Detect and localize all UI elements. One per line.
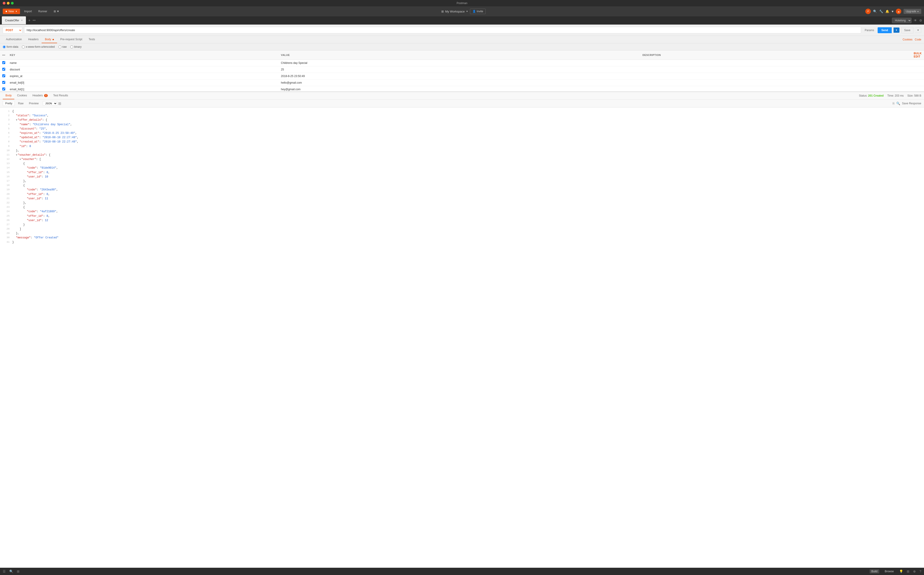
wrench-icon[interactable]: 🔧 <box>879 10 883 13</box>
json-comma: , <box>46 127 47 130</box>
more-tabs-icon[interactable]: ••• <box>33 19 36 22</box>
url-input[interactable] <box>24 27 861 33</box>
layout-button[interactable]: ⊞ ▼ <box>51 9 62 14</box>
line-number: 18 <box>3 183 10 187</box>
json-open: [ <box>39 158 41 161</box>
send-button[interactable]: Send <box>878 27 892 33</box>
tab-close-icon[interactable]: ✕ <box>21 19 23 22</box>
th-bulk-edit: Bulk Edit <box>911 51 924 60</box>
response-tab-cookies[interactable]: Cookies <box>14 92 30 99</box>
json-line: 16"user_id": 10 <box>3 175 921 179</box>
invite-button[interactable]: 👤 Invite <box>470 9 486 14</box>
lightbulb-icon[interactable]: 💡 <box>899 570 903 573</box>
build-button[interactable]: Build <box>870 569 879 573</box>
tab-body[interactable]: Body <box>41 36 57 43</box>
json-colon: : <box>42 118 46 122</box>
close-button[interactable] <box>3 2 5 5</box>
size-label: Size: 588 B <box>907 94 921 97</box>
json-colon: : <box>36 127 39 130</box>
row-checkbox[interactable] <box>2 81 5 84</box>
json-string-value: "Success" <box>32 114 47 117</box>
layout-status-icon[interactable]: ⊞ <box>907 570 910 573</box>
response-tab-headers[interactable]: Headers 6 <box>30 92 51 99</box>
json-line: 24"code": "4af21889", <box>3 210 921 214</box>
search-response-icon[interactable]: 🔍 <box>896 102 900 105</box>
view-tab-raw[interactable]: Raw <box>16 101 26 106</box>
add-tab-icon[interactable]: + <box>27 18 32 22</box>
response-tab-body[interactable]: Body <box>3 92 14 99</box>
maximize-button[interactable] <box>11 2 14 5</box>
save-dropdown-icon[interactable]: ▼ <box>915 27 921 33</box>
row-action-cell <box>911 60 924 67</box>
raw-option[interactable]: raw <box>59 45 67 48</box>
environment-select[interactable]: Hotelsng <box>892 18 911 23</box>
row-checkbox[interactable] <box>2 74 5 77</box>
send-dropdown-icon[interactable]: ▼ <box>894 27 899 33</box>
row-checkbox[interactable] <box>2 87 5 91</box>
line-number: 13 <box>3 162 10 166</box>
workspace-button[interactable]: ⊞ My Workspace ▼ <box>441 10 468 13</box>
json-key: "updated_at" <box>19 136 39 139</box>
runner-button[interactable]: Runner <box>36 9 49 14</box>
tab-headers[interactable]: Headers <box>25 36 41 43</box>
sidebar-toggle-icon[interactable]: ☰ <box>3 570 6 573</box>
json-line: 21"user_id": 11 <box>3 197 921 201</box>
format-select[interactable]: JSON XML HTML Text <box>43 101 57 106</box>
urlencoded-option[interactable]: x-www-form-urlencoded <box>22 45 54 48</box>
share-status-icon[interactable]: ⊕ <box>913 570 916 573</box>
browse-button[interactable]: Browse <box>883 569 895 573</box>
tab-authorization[interactable]: Authorization <box>3 36 25 43</box>
json-brace: { <box>23 184 25 187</box>
method-select[interactable]: POST GET PUT DELETE <box>3 27 22 33</box>
code-link[interactable]: Code <box>914 38 921 41</box>
collapse-icon[interactable]: ▼ <box>19 158 21 161</box>
params-button[interactable]: Params <box>863 27 876 33</box>
help-icon[interactable]: ? <box>919 570 921 573</box>
search-status-icon[interactable]: 🔍 <box>10 570 13 573</box>
json-colon: : <box>36 158 39 161</box>
copy-icon[interactable]: ⎘ <box>893 102 894 105</box>
view-tab-preview[interactable]: Preview <box>27 101 41 106</box>
heart-icon[interactable]: ♥ <box>892 10 893 13</box>
grid-status-icon[interactable]: ⊞ <box>17 570 19 573</box>
view-tab-pretty[interactable]: Pretty <box>3 101 15 106</box>
tab-prerequest[interactable]: Pre-request Script <box>57 36 86 43</box>
settings-icon[interactable]: ⚙ <box>919 19 922 22</box>
row-checkbox[interactable] <box>2 61 5 64</box>
titlebar: Postman <box>0 0 924 6</box>
response-tab-test-results[interactable]: Test Results <box>51 92 71 99</box>
format-icon[interactable]: ⊞ <box>58 102 61 106</box>
bulk-edit-button[interactable]: Bulk Edit <box>914 52 922 58</box>
row-checkbox[interactable] <box>2 68 5 71</box>
json-number-value: 8 <box>46 171 48 174</box>
json-line: 2"status": "Success", <box>3 114 921 118</box>
user-avatar[interactable]: ☁ <box>896 9 901 14</box>
tab-create-offer[interactable]: CreateOffer ✕ <box>2 16 26 24</box>
value-cell: Childrens day Special <box>279 60 640 67</box>
eye-icon[interactable]: 👁 <box>914 19 917 22</box>
bell-icon[interactable]: 🔔 <box>885 10 889 13</box>
tab-tests[interactable]: Tests <box>86 36 98 43</box>
save-response-button[interactable]: Save Response <box>902 102 921 105</box>
json-string-value: "Childrens day Special" <box>33 123 70 126</box>
key-cell: expires_at <box>8 73 279 79</box>
minimize-button[interactable] <box>7 2 10 5</box>
cookies-link[interactable]: Cookies <box>903 38 913 41</box>
binary-option[interactable]: binary <box>70 45 82 48</box>
save-button[interactable]: Save <box>901 27 913 33</box>
json-colon: : <box>26 145 29 148</box>
more-icon[interactable]: ••• <box>2 54 5 56</box>
collapse-icon[interactable]: ▼ <box>16 154 17 156</box>
form-data-option[interactable]: form-data <box>3 45 18 48</box>
new-button[interactable]: ■ New ▼ <box>3 9 20 14</box>
collapse-icon[interactable]: ▼ <box>16 119 17 121</box>
json-string-value: "Offer Created" <box>34 236 59 239</box>
user-icon: 👤 <box>472 10 476 13</box>
json-line: 5"discount": "25", <box>3 127 921 131</box>
json-key: "user_id" <box>27 197 41 200</box>
upgrade-button[interactable]: Upgrade ▼ <box>903 9 921 14</box>
json-comma: , <box>48 193 50 196</box>
search-icon[interactable]: 🔍 <box>873 10 877 13</box>
resp-cookies-label: Cookies <box>17 94 27 97</box>
import-button[interactable]: Import <box>22 9 34 14</box>
